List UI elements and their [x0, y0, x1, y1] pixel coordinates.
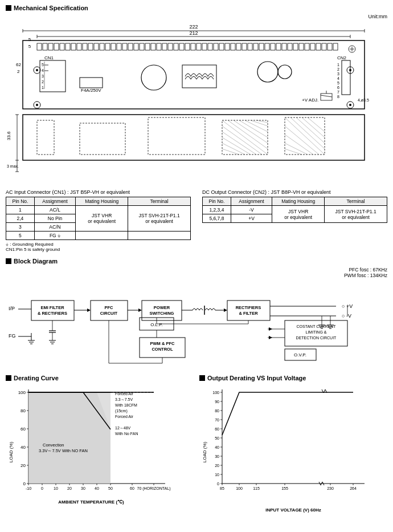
svg-line-123 [222, 143, 245, 155]
pcb-drawing: 222 212 5 5 [6, 21, 382, 186]
svg-marker-246 [28, 392, 110, 484]
svg-point-71 [349, 104, 351, 106]
svg-rect-20 [88, 43, 93, 50]
svg-rect-16 [66, 43, 70, 50]
svg-text:AMBIENT TEMPERATURE (℃): AMBIENT TEMPERATURE (℃) [58, 499, 124, 505]
fosc1: PFC fosc : 67KHz [6, 267, 387, 273]
svg-text:3: 3 [337, 72, 339, 76]
svg-rect-39 [197, 43, 201, 50]
svg-text:1: 1 [337, 63, 339, 67]
svg-text:222: 222 [189, 24, 198, 30]
svg-text:50: 50 [215, 436, 219, 440]
svg-rect-55 [288, 43, 292, 50]
derating-chart: LOAD (%) 0 20 40 60 80 100 [6, 384, 188, 515]
svg-rect-53 [276, 43, 281, 50]
svg-rect-13 [48, 43, 53, 50]
svg-rect-38 [191, 43, 195, 50]
svg-line-121 [222, 132, 256, 155]
svg-text:212: 212 [189, 30, 198, 36]
svg-marker-148 [87, 308, 91, 312]
svg-rect-61 [322, 43, 326, 50]
svg-rect-34 [168, 43, 173, 50]
svg-text:33.6: 33.6 [6, 131, 11, 140]
svg-text:& FILTER: & FILTER [239, 311, 258, 316]
dc-col-terminal: Terminal [325, 197, 387, 206]
svg-text:3 max.: 3 max. [7, 164, 19, 168]
svg-text:230: 230 [327, 486, 334, 490]
svg-text:1: 1 [42, 86, 44, 90]
svg-text:62: 62 [16, 62, 21, 67]
grounding-note: ⏚ : Grounding Required CN1:Pin 5 is safe… [6, 242, 191, 252]
svg-line-119 [256, 120, 268, 123]
ac-connector-title: AC Input Connector (CN1) : JST B5P-VH or… [6, 189, 191, 195]
svg-line-126 [285, 117, 325, 155]
ac-col-assign: Assignment [34, 197, 75, 206]
svg-rect-40 [202, 43, 207, 50]
svg-rect-35 [174, 43, 178, 50]
svg-text:30: 30 [81, 486, 85, 490]
svg-text:0: 0 [23, 481, 26, 486]
svg-text:Forced Air: Forced Air [115, 415, 134, 419]
svg-text:70 (HORIZONTAL): 70 (HORIZONTAL) [137, 486, 171, 491]
output-derating-square-icon [199, 375, 205, 381]
svg-rect-108 [23, 115, 365, 160]
svg-text:0: 0 [41, 486, 43, 490]
svg-text:5: 5 [42, 63, 44, 67]
svg-text:155: 155 [281, 486, 288, 490]
svg-rect-101 [321, 94, 332, 100]
svg-rect-32 [157, 43, 161, 50]
svg-text:+V ADJ.: +V ADJ. [302, 98, 318, 103]
svg-line-134 [285, 149, 302, 155]
dc-connector-title: DC Output Connector (CN2) : JST B8P-VH o… [202, 189, 387, 195]
svg-text:5: 5 [337, 81, 339, 85]
dc-col-assign: Assignment [231, 197, 272, 206]
svg-text:12～48V: 12～48V [115, 426, 131, 430]
svg-rect-51 [265, 43, 269, 50]
svg-line-124 [222, 149, 239, 155]
svg-rect-37 [185, 43, 190, 50]
svg-rect-56 [293, 43, 298, 50]
bd-title: Block Diagram [14, 258, 58, 265]
ac-col-housing: Mating Housing [76, 197, 128, 206]
output-derating-title: Output Derating VS Input Voltage [207, 375, 306, 381]
svg-rect-17 [71, 43, 76, 50]
svg-text:-10: -10 [26, 486, 31, 490]
svg-rect-19 [83, 43, 87, 50]
output-derating-block: Output Derating VS Input Voltage LOAD (%… [199, 375, 387, 516]
svg-line-118 [251, 120, 268, 126]
svg-text:CIRCUIT: CIRCUIT [100, 311, 118, 316]
svg-text:100: 100 [236, 486, 243, 490]
svg-point-89 [278, 65, 292, 79]
dc-col-pinno: Pin No. [203, 197, 231, 206]
svg-rect-62 [328, 43, 332, 50]
derating-title: Derating Curve [14, 375, 59, 381]
svg-rect-52 [271, 43, 275, 50]
svg-text:20: 20 [67, 486, 72, 490]
svg-text:LOAD (%): LOAD (%) [202, 441, 207, 462]
mech-square-icon [6, 5, 11, 11]
ac-connector-block: AC Input Connector (CN1) : JST B5P-VH or… [6, 189, 191, 252]
svg-text:100: 100 [18, 390, 26, 395]
svg-marker-175 [269, 336, 272, 339]
svg-text:20: 20 [21, 463, 26, 468]
mech-header: Mechanical Specification [6, 5, 387, 11]
svg-text:EMI FILTER: EMI FILTER [40, 305, 64, 310]
svg-text:3.3V～7.5V With NO FAN: 3.3V～7.5V With NO FAN [39, 448, 88, 453]
svg-text:PFC: PFC [105, 305, 114, 310]
svg-point-88 [257, 62, 278, 82]
svg-text:CONTROL: CONTROL [152, 347, 173, 352]
svg-text:○ -V: ○ -V [342, 313, 351, 319]
derating-square-icon [6, 375, 11, 381]
mech-unit: Unit:mm [6, 14, 387, 19]
svg-rect-27 [128, 43, 133, 50]
svg-rect-26 [122, 43, 127, 50]
svg-rect-47 [242, 43, 247, 50]
derating-header: Derating Curve [6, 375, 194, 381]
svg-rect-43 [219, 43, 224, 50]
svg-rect-24 [111, 43, 116, 50]
svg-point-86 [141, 65, 166, 90]
svg-text:80: 80 [21, 408, 26, 413]
svg-rect-33 [162, 43, 167, 50]
block-diagram-section: Block Diagram PFC fosc : 67KHz PWM fosc … [6, 258, 387, 369]
svg-rect-58 [305, 43, 309, 50]
